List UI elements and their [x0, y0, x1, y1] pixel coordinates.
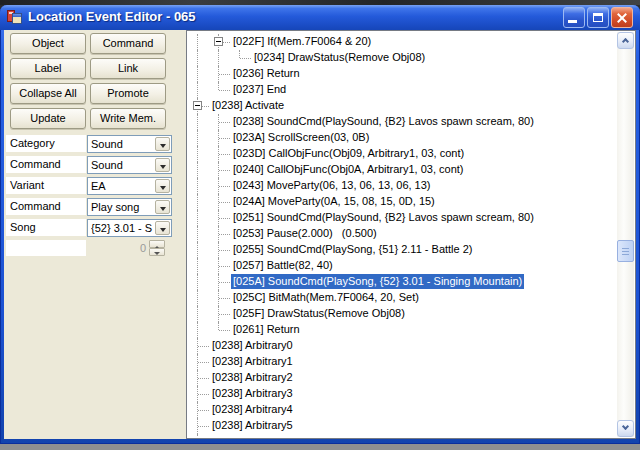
expander-minus-icon[interactable] [193, 101, 202, 110]
tree-item[interactable]: [0253] Pause(2.000) (0.500) [231, 226, 379, 241]
tree-item[interactable]: [0255] SoundCmd(PlaySong, {51} 2.11 - Ba… [231, 242, 475, 257]
tree-item[interactable]: [0238] Arbitrary2 [210, 370, 295, 385]
dropdown-arrow-button[interactable] [155, 137, 170, 151]
tree-item[interactable]: [0238] Arbitrary1 [210, 354, 295, 369]
tree-row: [023D] CallObjFunc(Obj09, Arbitrary1, 03… [188, 146, 617, 162]
tree-item[interactable]: [0238] Activate [210, 98, 286, 113]
tree-row: [0238] Arbitrary1 [188, 354, 617, 370]
spinner-up-button[interactable] [149, 240, 165, 248]
dropdown-arrow-button[interactable] [155, 158, 170, 172]
tree-row: [025A] SoundCmd(PlaySong, {52} 3.01 - Si… [188, 274, 617, 290]
tree-guide-line [197, 290, 198, 306]
tree-guide-line [197, 242, 198, 258]
write-mem-button[interactable]: Write Mem. [90, 108, 166, 129]
combobox-value: Sound [91, 137, 155, 152]
combobox-value: Sound [91, 158, 155, 173]
chevron-down-icon [160, 207, 166, 214]
tree-item[interactable]: [0243] MoveParty(06, 13, 06, 13, 06, 13) [231, 178, 433, 193]
command-combobox[interactable]: Sound [87, 156, 172, 174]
tree-item[interactable]: [025F] DrawStatus(Remove Obj08) [231, 306, 407, 321]
tree-item[interactable]: [0234] DrawStatus(Remove Obj08) [252, 50, 427, 65]
expander-minus-icon[interactable] [214, 37, 223, 46]
tree-item[interactable]: [0237] End [231, 82, 288, 97]
scrollbar-thumb[interactable] [617, 240, 634, 262]
down-arrow-icon [154, 252, 160, 258]
tree-item[interactable]: [025C] BitMath(Mem.7F0064, 20, Set) [231, 290, 421, 305]
tree-guide-line [197, 114, 198, 130]
tree-item[interactable]: [0240] CallObjFunc(Obj0A, Arbitrary1, 03… [231, 162, 466, 177]
tree-connector-line [198, 410, 209, 411]
tree-row: [0243] MoveParty(06, 13, 06, 13, 06, 13) [188, 178, 617, 194]
command-combobox[interactable]: Play song [87, 198, 172, 216]
minimize-button[interactable] [563, 7, 585, 28]
app-icon [7, 9, 23, 25]
vertical-scrollbar[interactable] [617, 32, 634, 437]
tree-item[interactable]: [0236] Return [231, 66, 302, 81]
tree-item-selected[interactable]: [025A] SoundCmd(PlaySong, {52} 3.01 - Si… [231, 274, 524, 289]
tree-row: [0238] SoundCmd(PlaySound, {B2} Lavos sp… [188, 114, 617, 130]
tree-connector-line [219, 122, 230, 123]
combobox-value: Play song [91, 200, 155, 215]
object-button[interactable]: Object [10, 33, 86, 54]
tree-item[interactable]: [0257] Battle(82, 40) [231, 258, 335, 273]
dropdown-arrow-button[interactable] [155, 221, 170, 235]
maximize-button[interactable] [587, 7, 609, 28]
form-field-label: Variant [6, 177, 86, 194]
combobox-value: EA [91, 179, 155, 194]
label-button[interactable]: Label [10, 58, 86, 79]
promote-button[interactable]: Promote [90, 83, 166, 104]
tree-row: [023A] ScrollScreen(03, 0B) [188, 130, 617, 146]
tree-item[interactable]: [023D] CallObjFunc(Obj09, Arbitrary1, 03… [231, 146, 466, 161]
tree-row: [024A] MoveParty(0A, 15, 08, 15, 0D, 15) [188, 194, 617, 210]
tree-row: [0238] Arbitrary4 [188, 402, 617, 418]
tree-item[interactable]: [0238] Arbitrary3 [210, 386, 295, 401]
tree-item[interactable]: [0238] Arbitrary5 [210, 418, 295, 433]
tree-row: [025F] DrawStatus(Remove Obj08) [188, 306, 617, 322]
tree-guide-line [197, 322, 198, 338]
tree-row: [0255] SoundCmd(PlaySong, {51} 2.11 - Ba… [188, 242, 617, 258]
tree-connector-line [239, 50, 240, 58]
tree-item[interactable]: [0238] Arbitrary4 [210, 402, 295, 417]
form-field-label: Command [6, 156, 86, 173]
collapse-all-button[interactable]: Collapse All [10, 83, 86, 104]
tree-item[interactable]: [0261] Return [231, 322, 302, 337]
category-combobox[interactable]: Sound [87, 135, 172, 153]
chevron-down-icon [160, 228, 166, 235]
screenshot-stage: Location Event Editor - 065 ObjectComman… [0, 0, 640, 450]
variant-combobox[interactable]: EA [87, 177, 172, 195]
scrollbar-up-button[interactable] [617, 32, 634, 49]
tree-row: [0234] DrawStatus(Remove Obj08) [188, 50, 617, 66]
chevron-down-icon [622, 423, 629, 430]
tree-guide-line [197, 178, 198, 194]
quantity-stepper [149, 240, 165, 256]
tree-connector-line [218, 322, 219, 330]
tree-item[interactable]: [0238] SoundCmd(PlaySound, {B2} Lavos sp… [231, 114, 536, 129]
tree-guide-line [197, 50, 198, 66]
title-bar[interactable]: Location Event Editor - 065 [0, 5, 640, 30]
tree-item[interactable]: [022F] If(Mem.7F0064 & 20) [231, 34, 373, 49]
tree-item[interactable]: [024A] MoveParty(0A, 15, 08, 15, 0D, 15) [231, 194, 437, 209]
event-tree-panel: [022F] If(Mem.7F0064 & 20)[0234] DrawSta… [186, 30, 636, 439]
tree-item[interactable]: [0238] Arbitrary6 [210, 434, 295, 437]
song-combobox[interactable]: {52} 3.01 - S [87, 219, 172, 237]
close-button[interactable] [611, 7, 633, 28]
spinner-down-button[interactable] [149, 248, 165, 256]
link-button[interactable]: Link [90, 58, 166, 79]
tree-connector-line [198, 362, 209, 363]
tree-item[interactable]: [0251] SoundCmd(PlaySound, {B2} Lavos sp… [231, 210, 536, 225]
blank-field[interactable] [6, 240, 86, 256]
tree-row: [0253] Pause(2.000) (0.500) [188, 226, 617, 242]
window-title: Location Event Editor - 065 [28, 9, 196, 24]
command-button[interactable]: Command [90, 33, 166, 54]
tree-row: [0238] Arbitrary6 [188, 434, 617, 437]
scrollbar-down-button[interactable] [617, 420, 634, 437]
tree-connector-line [219, 138, 230, 139]
left-panel: ObjectCommandLabelLinkCollapse AllPromot… [4, 30, 186, 439]
tree-connector-line [219, 186, 230, 187]
update-button[interactable]: Update [10, 108, 86, 129]
tree-guide-line [197, 226, 198, 242]
dropdown-arrow-button[interactable] [155, 179, 170, 193]
dropdown-arrow-button[interactable] [155, 200, 170, 214]
tree-item[interactable]: [0238] Arbitrary0 [210, 338, 295, 353]
tree-item[interactable]: [023A] ScrollScreen(03, 0B) [231, 130, 371, 145]
